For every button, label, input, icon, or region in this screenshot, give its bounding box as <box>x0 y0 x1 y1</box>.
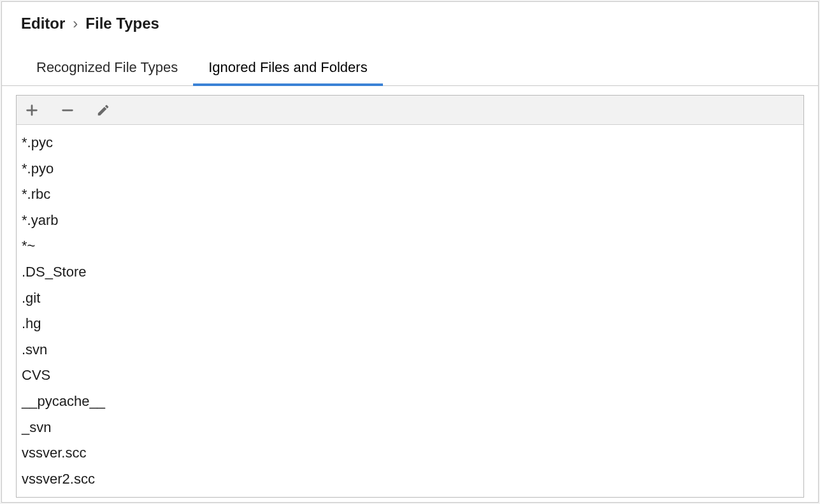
list-item[interactable]: .git <box>19 285 801 312</box>
tab-label: Recognized File Types <box>36 59 178 75</box>
pencil-icon <box>96 103 110 117</box>
list-item[interactable]: *.pyc <box>19 130 801 156</box>
tab-ignored-files-and-folders[interactable]: Ignored Files and Folders <box>193 54 382 86</box>
tab-recognized-file-types[interactable]: Recognized File Types <box>21 54 193 86</box>
ignored-patterns-list[interactable]: *.pyc *.pyo *.rbc *.yarb *~ .DS_Store .g… <box>17 125 803 497</box>
list-toolbar <box>17 96 803 125</box>
list-item[interactable]: .svn <box>19 337 801 363</box>
list-item[interactable]: *.pyo <box>19 156 801 182</box>
add-button[interactable] <box>23 101 41 119</box>
tabs: Recognized File Types Ignored Files and … <box>2 36 818 86</box>
list-item[interactable]: *~ <box>19 233 801 259</box>
ignored-list-container: *.pyc *.pyo *.rbc *.yarb *~ .DS_Store .g… <box>16 95 804 498</box>
list-item[interactable]: .hg <box>19 311 801 337</box>
list-item[interactable]: __pycache__ <box>19 389 801 415</box>
list-item[interactable]: *.yarb <box>19 208 801 234</box>
list-item[interactable]: vssver.scc <box>19 440 801 466</box>
content-area: *.pyc *.pyo *.rbc *.yarb *~ .DS_Store .g… <box>2 86 818 504</box>
list-item[interactable]: CVS <box>19 363 801 389</box>
edit-button[interactable] <box>94 101 112 119</box>
breadcrumb-current: File Types <box>85 15 159 32</box>
tab-label: Ignored Files and Folders <box>208 59 367 75</box>
plus-icon <box>25 103 39 117</box>
list-item[interactable]: _svn <box>19 415 801 441</box>
remove-button[interactable] <box>59 101 76 119</box>
list-item[interactable]: .DS_Store <box>19 259 801 285</box>
list-item[interactable]: vssver2.scc <box>19 466 801 493</box>
minus-icon <box>61 103 75 117</box>
breadcrumb-separator: › <box>73 15 78 32</box>
list-item[interactable]: *.rbc <box>19 182 801 208</box>
breadcrumb-parent[interactable]: Editor <box>21 15 65 32</box>
settings-panel: Editor › File Types Recognized File Type… <box>1 1 819 503</box>
breadcrumb: Editor › File Types <box>2 2 818 36</box>
